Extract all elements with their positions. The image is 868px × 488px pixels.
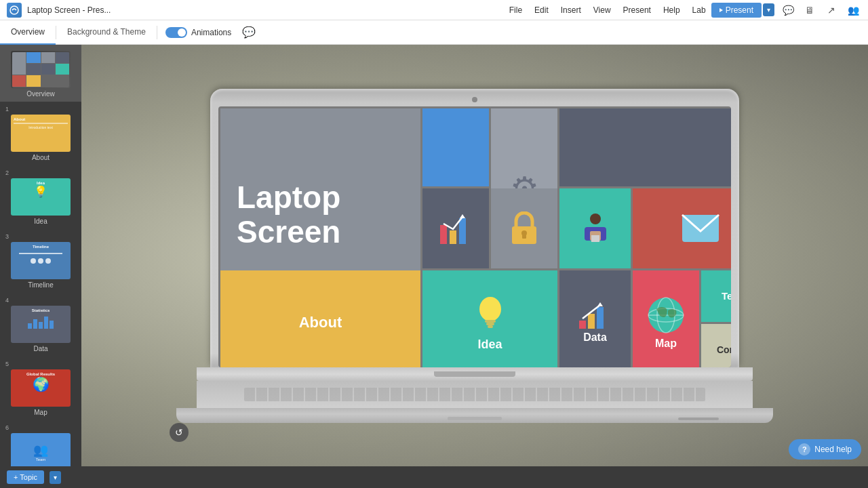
laptop-hinge	[434, 371, 515, 377]
menu-edit[interactable]: Edit	[529, 4, 554, 16]
tile-idea: Idea	[422, 270, 557, 367]
tile-contact: Contact	[701, 324, 731, 367]
screen-button[interactable]: 🖥	[802, 2, 818, 18]
svg-rect-16	[488, 325, 493, 328]
laptop-wrapper: Laptop Screen ⚙	[176, 89, 773, 423]
person-icon	[578, 211, 613, 246]
slide-label-idea: Idea	[34, 218, 47, 225]
add-topic-label: + Topic	[14, 473, 37, 481]
users-button[interactable]: 👥	[845, 2, 861, 18]
presentation-title: Laptop Screen	[237, 180, 340, 249]
svg-rect-18	[588, 314, 595, 329]
sidebar-item-about[interactable]: 1 About Introduction text About	[0, 102, 81, 165]
mini-grid-overview	[12, 52, 69, 87]
slide-label-map: Map	[34, 409, 47, 416]
svg-point-8	[590, 214, 601, 224]
svg-rect-17	[579, 321, 586, 329]
tile-person	[559, 188, 631, 268]
menu-view[interactable]: View	[588, 4, 616, 16]
svg-rect-2	[450, 230, 456, 244]
animations-control: Animations	[157, 27, 239, 38]
tile-map: Map	[633, 270, 699, 367]
sidebar-item-timeline[interactable]: 3 Timeline Timeline	[0, 229, 81, 293]
map-label: Map	[655, 338, 677, 350]
bottom-bar: + Topic ▾	[0, 466, 868, 488]
canvas-area: Laptop Screen ⚙	[81, 45, 868, 466]
sidebar-item-idea[interactable]: 2 Idea 💡 Idea	[0, 165, 81, 229]
slide-preview-team: 👥 Team	[11, 433, 71, 466]
idea-label: Idea	[477, 338, 502, 352]
team-label: Team	[722, 290, 731, 302]
back-button[interactable]: ↺	[170, 423, 189, 442]
slide-num-4: 4	[5, 297, 9, 304]
tile-blue-top	[422, 108, 489, 186]
add-topic-button[interactable]: + Topic	[7, 470, 44, 484]
tile-lock	[491, 188, 557, 268]
svg-rect-1	[440, 225, 447, 244]
svg-rect-15	[486, 323, 494, 325]
laptop-base	[197, 367, 753, 381]
laptop-keyboard-area	[197, 381, 753, 408]
tab-overview[interactable]: Overview	[0, 20, 56, 45]
comment-icon[interactable]: 💬	[242, 26, 256, 39]
presentation-grid: Laptop Screen ⚙	[218, 106, 731, 367]
menu-present[interactable]: Present	[618, 4, 656, 16]
tile-team: Team	[701, 270, 731, 322]
top-bar: Laptop Screen - Pres... File Edit Insert…	[0, 0, 868, 20]
sidebar-item-data[interactable]: 4 Statistics Data	[0, 293, 81, 357]
share-button[interactable]: ↗	[823, 2, 840, 18]
slide-preview-overview	[11, 51, 71, 88]
bulb-icon	[474, 294, 507, 333]
add-topic-dropdown[interactable]: ▾	[50, 471, 61, 484]
slide-preview-data: Statistics	[11, 306, 71, 343]
need-help-button[interactable]: ? Need help	[789, 439, 861, 460]
menu-file[interactable]: File	[504, 4, 528, 16]
present-button[interactable]: Present	[711, 3, 762, 18]
svg-rect-14	[485, 320, 496, 323]
sidebar-item-overview[interactable]: Overview	[0, 45, 81, 102]
laptop-keyboard	[244, 388, 705, 401]
svg-rect-3	[459, 218, 466, 244]
contact-label: Contact	[717, 344, 731, 355]
slide-preview-idea: Idea 💡	[11, 178, 71, 216]
menu-insert[interactable]: Insert	[555, 4, 587, 16]
present-dropdown[interactable]: ▾	[763, 3, 774, 16]
menu-help[interactable]: Help	[658, 4, 686, 16]
tab-background[interactable]: Background & Theme	[56, 20, 157, 45]
tile-mail	[633, 188, 731, 268]
chat-button[interactable]: 💬	[780, 2, 796, 18]
play-icon	[719, 8, 723, 12]
sidebar: Overview 1 About Introduction text About…	[0, 45, 81, 466]
chart-icon	[439, 211, 473, 245]
svg-marker-4	[460, 214, 465, 218]
laptop-bottom	[176, 408, 773, 423]
toolbar: Overview Background & Theme Animations 💬	[0, 20, 868, 45]
svg-rect-19	[597, 307, 604, 329]
slide-label-overview: Overview	[26, 90, 55, 98]
slide-num-1: 1	[5, 106, 9, 113]
slide-preview-about: About Introduction text	[11, 115, 71, 152]
menu-lab[interactable]: Lab	[687, 4, 711, 16]
laptop-camera	[472, 97, 477, 102]
sidebar-item-map[interactable]: 5 Global Results 🌍 Map	[0, 357, 81, 420]
tile-chart	[422, 188, 489, 268]
slide-num-6: 6	[5, 424, 9, 431]
app-logo	[7, 3, 22, 18]
tile-dark-top	[559, 108, 731, 186]
need-help-label: Need help	[814, 445, 852, 454]
svg-marker-20	[597, 302, 603, 306]
lock-icon	[509, 211, 539, 245]
slide-label-data: Data	[33, 345, 47, 352]
about-label: About	[299, 314, 342, 331]
tile-about: About	[220, 270, 420, 367]
window-title: Laptop Screen - Pres...	[27, 5, 504, 15]
help-icon: ?	[798, 443, 810, 455]
menu-bar: File Edit Insert View Present Help Lab	[504, 4, 711, 16]
animations-toggle[interactable]	[165, 27, 187, 38]
main-area: Overview 1 About Introduction text About…	[0, 45, 868, 466]
data-chart-icon	[579, 302, 612, 329]
slide-num-5: 5	[5, 361, 9, 367]
present-label: Present	[726, 5, 753, 15]
slide-num-2: 2	[5, 169, 9, 176]
sidebar-item-team[interactable]: 6 👥 Team Team	[0, 420, 81, 466]
